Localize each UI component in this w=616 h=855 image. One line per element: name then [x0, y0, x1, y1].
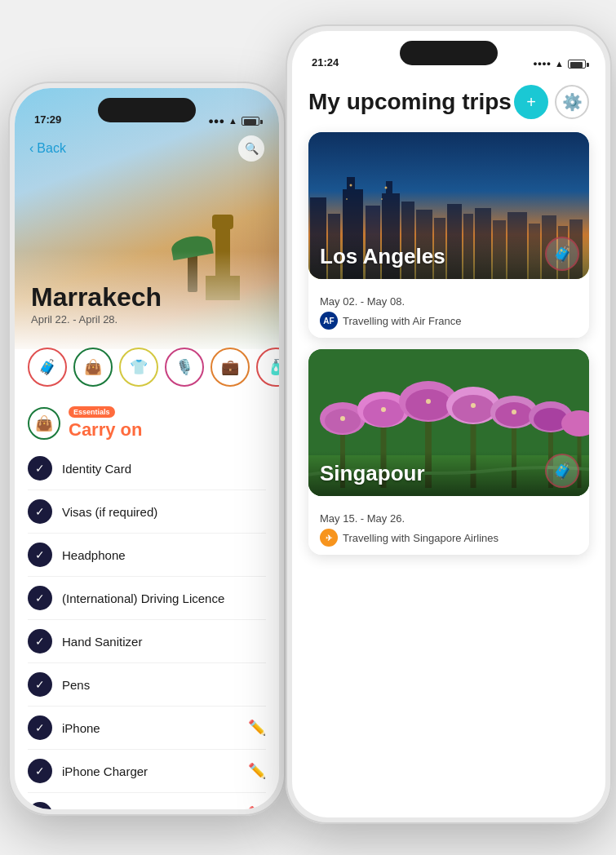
check-icon: ✓: [28, 802, 52, 809]
airline-logo-sq: ✈: [320, 529, 338, 547]
edit-icon[interactable]: ✏️: [248, 719, 266, 737]
list-item[interactable]: ✓ (International) Driving Licence: [28, 577, 266, 620]
essentials-badge: Essentials: [69, 406, 115, 418]
trips-title: My upcoming trips: [308, 89, 512, 115]
check-icon: ✓: [28, 672, 52, 697]
section-icon: 👜: [28, 407, 60, 440]
checklist-area: 👜 Essentials Carry on ✓ Identity Card ✓ …: [15, 396, 279, 809]
back-label: Back: [37, 141, 66, 156]
cat-mic[interactable]: 🎙️: [165, 348, 204, 387]
list-item[interactable]: ✓ Identity Card: [28, 447, 266, 490]
list-item[interactable]: ✓ Hand Sanitizer: [28, 620, 266, 663]
notch-right: [400, 41, 498, 65]
section-title-wrap: Essentials Carry on: [69, 406, 142, 441]
svg-point-37: [452, 395, 494, 423]
cat-luggage[interactable]: 🧳: [28, 348, 67, 387]
city-dates: April 22. - April 28.: [31, 313, 162, 326]
time-left: 17:29: [34, 113, 61, 126]
trips-content: My upcoming trips + ⚙️: [292, 73, 605, 817]
back-button[interactable]: ‹ Back: [29, 141, 66, 156]
svg-point-50: [512, 410, 516, 414]
item-label: iPhone: [62, 721, 100, 735]
notch-left: [98, 98, 196, 122]
list-item[interactable]: ✓ Pens: [28, 663, 266, 707]
svg-point-31: [363, 399, 404, 427]
phone-right: 21:24 ●●●● ▲ My upcoming trips +: [286, 24, 612, 824]
search-icon: 🔍: [245, 142, 259, 155]
trip-dates-sg: May 15. - May 26.: [320, 512, 578, 525]
trip-card-sg[interactable]: Singapour 🧳 May 15. - May 26. ✈ Travelli…: [308, 349, 589, 555]
check-icon: ✓: [28, 715, 52, 740]
section-header: 👜 Essentials Carry on: [28, 396, 266, 447]
check-icon: ✓: [28, 456, 52, 481]
phone-left: 17:29 ●●● ▲ ‹ Back: [8, 82, 286, 816]
check-icon: ✓: [28, 629, 52, 653]
trip-bag-button-sg[interactable]: 🧳: [545, 454, 579, 488]
edit-icon[interactable]: ✏️: [248, 805, 266, 809]
trip-card-la[interactable]: Los Angeles 🧳 May 02. - May 08. AF Trave…: [308, 132, 589, 338]
check-icon: ✓: [28, 759, 52, 783]
trip-card-image-la: Los Angeles 🧳: [308, 132, 589, 279]
edit-icon[interactable]: ✏️: [248, 762, 266, 780]
cat-bag[interactable]: 👜: [73, 348, 113, 387]
trip-info-la: May 02. - May 08. AF Travelling with Air…: [308, 289, 589, 338]
item-label: Headphone: [62, 548, 126, 562]
trip-card-image-sg: Singapour 🧳: [308, 349, 589, 496]
battery-icon-right: [568, 60, 586, 69]
svg-point-46: [340, 416, 345, 421]
list-item[interactable]: ✓ Headphone: [28, 534, 266, 577]
item-label: Identity Card: [62, 462, 131, 476]
status-icons-left: ●●● ▲: [208, 116, 259, 126]
list-item[interactable]: ✓ iPhone Charger ✏️: [28, 750, 266, 793]
trip-airline-la: AF Travelling with Air France: [320, 312, 578, 330]
item-label: Hand Sanitizer: [62, 635, 142, 649]
cat-shirt[interactable]: 👕: [119, 348, 158, 387]
settings-icon: ⚙️: [562, 92, 583, 112]
svg-point-49: [471, 403, 476, 408]
section-title: Carry on: [69, 419, 142, 441]
check-icon: ✓: [28, 499, 52, 524]
trip-bag-button-la[interactable]: 🧳: [545, 237, 579, 271]
trip-city-la: Los Angeles: [320, 244, 445, 268]
battery-icon-left: [242, 117, 259, 126]
list-item[interactable]: ✓ iPhone ✏️: [28, 707, 266, 750]
cat-bag2[interactable]: 💼: [211, 348, 250, 387]
check-icon: ✓: [28, 586, 52, 610]
settings-button[interactable]: ⚙️: [555, 85, 589, 119]
check-icon: ✓: [28, 543, 52, 567]
svg-point-21: [385, 187, 388, 189]
list-item[interactable]: ✓ Visas (if required): [28, 490, 266, 534]
search-button[interactable]: 🔍: [238, 135, 264, 162]
nav-bar-left: ‹ Back 🔍: [15, 131, 279, 166]
list-item[interactable]: ✓ Glasses ✏️: [28, 793, 266, 809]
item-label: Glasses: [62, 808, 106, 810]
trip-info-sg: May 15. - May 26. ✈ Travelling with Sing…: [308, 506, 589, 555]
trips-actions: + ⚙️: [514, 85, 589, 119]
chevron-left-icon: ‹: [29, 141, 33, 156]
trip-airline-sg: ✈ Travelling with Singapore Airlines: [320, 529, 578, 547]
svg-point-34: [405, 389, 451, 420]
item-label: Visas (if required): [62, 505, 157, 519]
time-right: 21:24: [312, 56, 339, 69]
svg-rect-4: [347, 177, 355, 189]
item-label: iPhone Charger: [62, 764, 148, 778]
airline-logo-af: AF: [320, 312, 338, 330]
airline-text-sg: Travelling with Singapore Airlines: [343, 532, 499, 544]
trips-header: My upcoming trips + ⚙️: [308, 73, 589, 132]
item-label: (International) Driving Licence: [62, 591, 224, 605]
trip-city-sg: Singapour: [320, 461, 425, 485]
cat-more[interactable]: 🧴: [256, 348, 279, 387]
item-label: Pens: [62, 678, 90, 692]
city-name: Marrakech: [31, 284, 162, 310]
add-trip-button[interactable]: +: [514, 85, 548, 119]
svg-point-23: [381, 198, 383, 200]
plus-icon: +: [526, 93, 536, 112]
status-icons-right: ●●●● ▲: [533, 59, 586, 69]
trip-dates-la: May 02. - May 08.: [320, 295, 578, 308]
svg-point-47: [381, 407, 386, 412]
svg-point-20: [350, 184, 352, 187]
airline-text-la: Travelling with Air France: [343, 315, 461, 327]
nav-icons-right: 🔍: [238, 135, 264, 162]
city-info: Marrakech April 22. - April 28.: [31, 284, 162, 326]
svg-point-48: [426, 399, 431, 404]
